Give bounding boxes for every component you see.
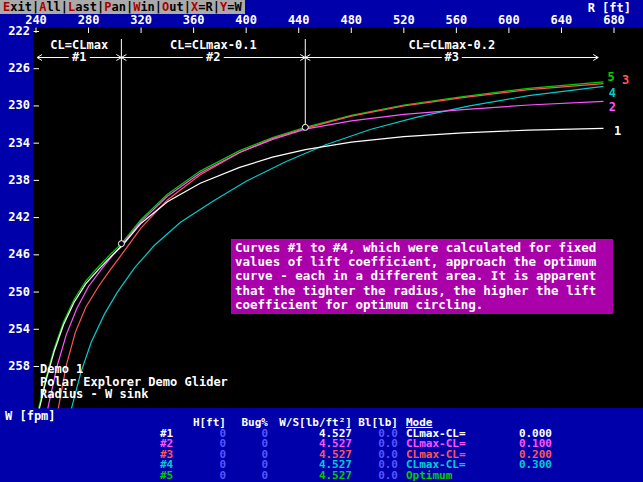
menu-separator: | <box>213 0 220 14</box>
y-tick-label: 250 <box>2 287 30 298</box>
table-row: #5004.5270.0Optimum <box>160 471 552 482</box>
x-tick-label: 280 <box>72 13 106 27</box>
cell-mode-value: 0.300 <box>494 460 552 471</box>
y-tick-label: 254 <box>2 324 30 335</box>
y-tick-label: 222 <box>2 26 30 37</box>
y-tick-label: 258 <box>2 361 30 372</box>
curve-end-label-5: 5 <box>607 70 614 84</box>
x-tick-label: 400 <box>229 13 263 27</box>
menu-item-text: xit <box>10 0 32 14</box>
menu-item-y-w[interactable]: Y=W <box>220 0 242 14</box>
x-tick-label: 440 <box>282 13 316 27</box>
menu-item-text: in <box>140 0 154 14</box>
menu-item-text: =W <box>227 0 241 14</box>
boundary-marker <box>118 241 124 247</box>
menu-item-text: =R <box>198 0 212 14</box>
x-tick-label: 480 <box>334 13 368 27</box>
y-tick-label: 234 <box>2 138 30 149</box>
region-number-tag: #2 <box>203 51 223 63</box>
plot-caption: Demo 1 Polar Explorer Demo Glider Radius… <box>40 363 228 401</box>
menu-item-last[interactable]: Last <box>68 0 97 14</box>
menu-item-text: ut <box>169 0 183 14</box>
cell-mode-value <box>494 471 552 482</box>
w-axis-label: W [fpm] <box>5 409 56 423</box>
cell-ballast: 0.0 <box>352 471 398 482</box>
menu-item-win[interactable]: Win <box>133 0 155 14</box>
menu-item-text: an <box>111 0 125 14</box>
x-tick-label: 560 <box>439 13 473 27</box>
y-tick-label: 246 <box>2 249 30 260</box>
menu-item-text: ll <box>46 0 60 14</box>
curve-end-label-2: 2 <box>609 100 616 114</box>
region-number-tag: #3 <box>442 51 462 63</box>
curve-end-label-1: 1 <box>614 124 621 138</box>
app-window: Exit|All|Last|Pan|Win|Out|X=R|Y=W R [ft]… <box>0 0 643 482</box>
menu-item-out[interactable]: Out <box>162 0 184 14</box>
info-box: Curves #1 to #4, which were calculated f… <box>231 239 613 314</box>
region-number-tag: #1 <box>69 51 89 63</box>
menu-bar: Exit|All|Last|Pan|Win|Out|X=R|Y=W <box>0 0 245 14</box>
curve-end-label-3: 3 <box>622 73 629 87</box>
boundary-marker <box>302 124 308 130</box>
cell-bug: 0 <box>226 471 268 482</box>
data-table: H[ft] Bug% W/S[lb/ft²] Bl[lb] Mode #1004… <box>160 418 552 482</box>
curve-end-label-4: 4 <box>609 86 616 100</box>
y-tick-label: 230 <box>2 100 30 111</box>
r-axis-label: R [ft] <box>588 1 631 15</box>
cell-height: 0 <box>186 471 226 482</box>
y-tick-label: 226 <box>2 63 30 74</box>
menu-item-x-r[interactable]: X=R <box>191 0 213 14</box>
x-tick-label: 320 <box>124 13 158 27</box>
menu-separator: | <box>184 0 191 14</box>
x-tick-label: 640 <box>544 13 578 27</box>
menu-separator: | <box>61 0 68 14</box>
cell-wing-loading: 4.527 <box>268 471 352 482</box>
y-tick-label: 242 <box>2 212 30 223</box>
menu-item-pan[interactable]: Pan <box>104 0 126 14</box>
cell-curve-id: #5 <box>160 471 186 482</box>
x-tick-label: 520 <box>387 13 421 27</box>
caption-plot-type: Radius - W sink <box>40 388 228 401</box>
cell-mode: Optimum <box>406 471 494 482</box>
menu-item-text: ast <box>75 0 97 14</box>
x-tick-label: 600 <box>492 13 526 27</box>
caption-demo-name: Demo 1 <box>40 363 228 376</box>
x-tick-label: 680 <box>597 13 631 27</box>
menu-item-all[interactable]: All <box>39 0 61 14</box>
x-tick-label: 360 <box>177 13 211 27</box>
menu-separator: | <box>155 0 162 14</box>
menu-item-exit[interactable]: Exit <box>3 0 32 14</box>
data-table-rows: #1004.5270.0CLmax-CL=0.000#2004.5270.0CL… <box>160 429 552 482</box>
y-tick-label: 238 <box>2 175 30 186</box>
